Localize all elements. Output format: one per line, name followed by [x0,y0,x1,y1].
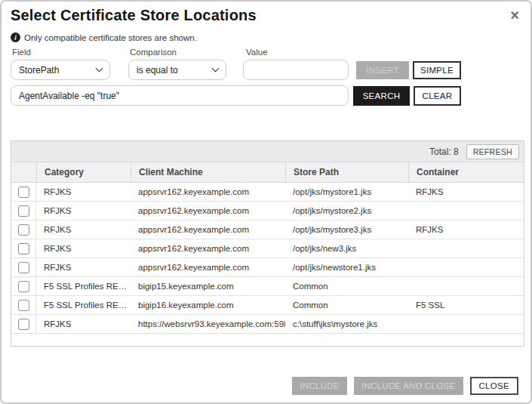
include-button[interactable]: INCLUDE [292,377,347,395]
chevron-down-icon [96,65,103,72]
cell-client-machine: appsrvr162.keyexample.com [131,221,285,239]
dialog-footer: INCLUDE INCLUDE AND CLOSE CLOSE [292,377,518,395]
table-row: RFJKSappsrvr162.keyexample.com/opt/jks/n… [11,258,524,277]
value-input[interactable] [243,60,349,80]
field-select[interactable]: StorePath [11,60,110,80]
table-body: RFJKSappsrvr162.keyexample.com/opt/jks/m… [11,183,524,334]
table-row: RFJKSappsrvr162.keyexample.com/opt/jks/m… [11,202,524,221]
cell-store-path: /opt/jks/mystore2.jks [285,202,408,220]
cell-category: RFJKS [36,202,131,220]
row-checkbox-cell [11,221,36,239]
cell-client-machine: https://websrvr93.keyexample.com:5986 [131,315,285,333]
table-row: RFJKSappsrvr162.keyexample.com/opt/jks/m… [11,221,524,239]
field-select-value: StorePath [19,65,59,76]
row-checkbox-cell [11,296,36,314]
table-row: F5 SSL Profiles RE…bigip16.keyexample.co… [11,296,524,315]
cell-container [408,258,524,276]
cell-store-path: /opt/jks/mystore3.jks [285,221,408,239]
cell-category: RFJKS [36,315,131,333]
cell-store-path: Common [285,277,408,295]
value-label: Value [246,48,268,57]
info-text: Only compatible certificate stores are s… [24,33,197,42]
cell-category: RFJKS [36,258,131,276]
cell-category: RFJKS [36,239,131,258]
dialog-title: Select Certificate Store Locations [11,7,257,24]
field-label: Field [12,48,31,57]
row-checkbox[interactable] [18,187,29,198]
row-checkbox-cell [11,277,36,295]
row-checkbox-cell [11,239,36,258]
table-row: F5 SSL Profiles RE…bigip15.keyexample.co… [11,277,524,296]
table-row: RFJKSappsrvr162.keyexample.com/opt/jks/m… [11,183,524,202]
cell-client-machine: bigip15.keyexample.com [131,277,285,295]
close-button[interactable]: CLOSE [470,377,519,395]
table-row: RFJKSappsrvr162.keyexample.com/opt/jks/n… [11,239,524,258]
cell-container: RFJKS [408,183,524,201]
cell-container [408,277,524,295]
cell-container: RFJKS [408,221,524,239]
table-row: RFJKShttps://websrvr93.keyexample.com:59… [11,315,524,334]
cell-client-machine: appsrvr162.keyexample.com [131,258,285,276]
comparison-select-value: is equal to [137,65,178,76]
cell-category: F5 SSL Profiles RE… [36,277,131,295]
cell-store-path: /opt/jks/newstore1.jks [285,258,408,276]
row-checkbox-cell [11,258,36,276]
cell-container: F5 SSL [408,296,524,314]
comparison-label: Comparison [130,48,177,57]
close-icon[interactable]: × [510,8,519,23]
cell-client-machine: appsrvr162.keyexample.com [131,183,285,201]
cell-category: RFJKS [36,183,131,201]
insert-button[interactable]: INSERT [356,61,409,79]
row-checkbox-cell [11,315,36,333]
include-and-close-button[interactable]: INCLUDE AND CLOSE [354,377,463,395]
select-certificate-store-locations-dialog: Select Certificate Store Locations × i O… [0,0,532,404]
row-checkbox[interactable] [18,224,29,236]
cell-store-path: /opt/jks/new3.jks [285,239,408,258]
certificate-stores-table: Total: 8 REFRESH Category Client Machine… [11,140,524,347]
row-checkbox[interactable] [18,281,29,292]
row-checkbox[interactable] [18,300,29,311]
cell-container [408,202,524,220]
header-store-path: Store Path [285,162,408,182]
header-client-machine: Client Machine [131,162,285,182]
row-checkbox[interactable] [18,319,29,330]
refresh-button[interactable]: REFRESH [466,144,519,159]
chevron-down-icon [212,65,220,72]
header-container: Container [408,162,524,182]
simple-button[interactable]: SIMPLE [413,61,461,79]
query-input[interactable] [11,85,349,106]
total-count: Total: 8 [429,146,459,157]
table-header-row: Category Client Machine Store Path Conta… [11,162,524,183]
cell-category: RFJKS [36,221,131,239]
row-checkbox[interactable] [18,262,29,273]
cell-client-machine: appsrvr162.keyexample.com [131,202,285,220]
row-checkbox-cell [11,202,36,220]
table-toolbar: Total: 8 REFRESH [11,141,524,162]
info-icon: i [11,32,20,42]
cell-category: F5 SSL Profiles RE… [36,296,131,314]
cell-store-path: c:\stuff\jks\mystore.jks [285,315,408,333]
cell-client-machine: appsrvr162.keyexample.com [131,239,285,258]
info-banner: i Only compatible certificate stores are… [11,32,197,42]
comparison-select[interactable]: is equal to [128,60,226,80]
row-checkbox[interactable] [18,205,29,217]
cell-client-machine: bigip16.keyexample.com [131,296,285,314]
header-category: Category [36,162,131,182]
header-checkbox-cell [11,162,36,182]
cell-store-path: /opt/jks/mystore1.jks [285,183,408,201]
cell-container [408,315,524,333]
cell-container [408,239,524,258]
cell-store-path: Common [285,296,408,314]
row-checkbox-cell [11,183,36,201]
row-checkbox[interactable] [18,243,29,254]
search-button[interactable]: SEARCH [353,86,410,106]
clear-button[interactable]: CLEAR [414,86,461,106]
